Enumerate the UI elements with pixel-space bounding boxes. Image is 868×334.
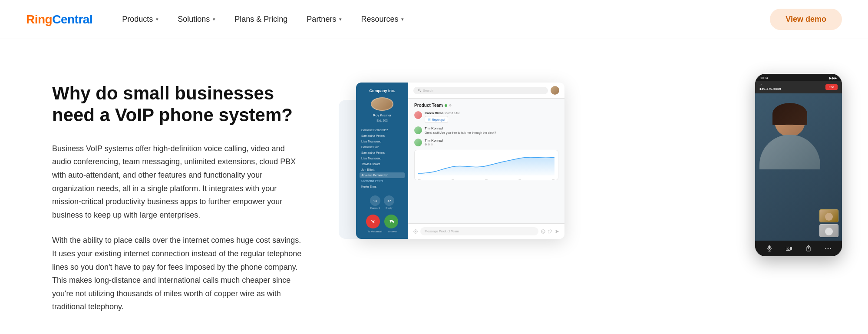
message-sender: Karen Rivas shared a file <box>425 111 558 115</box>
svg-point-11 <box>542 231 543 231</box>
list-item[interactable]: Lisa Townsend <box>360 155 405 161</box>
list-item[interactable]: Caroline Fernandez <box>360 127 405 133</box>
forward-action[interactable]: ↪ Forward <box>370 195 380 209</box>
share-icon[interactable] <box>804 244 813 253</box>
logo-ring: Ring <box>26 13 52 26</box>
message-avatar <box>414 111 422 119</box>
svg-point-12 <box>544 231 544 231</box>
call-buttons <box>366 215 398 228</box>
message-text: Great stuff! Are you free to talk me thr… <box>425 131 558 135</box>
attachment-icon <box>548 229 552 234</box>
message-input-bar: Message Product Team <box>408 223 564 239</box>
contacts-list: Caroline Fernandez Samantha Peters Lisa … <box>360 127 405 189</box>
page-heading: Why do small businesses need a VoIP phon… <box>52 83 304 126</box>
forward-icon: ↪ <box>370 195 380 206</box>
app-sidebar: Company Inc. Roy Kramer Ext. 203 Carolin… <box>356 83 408 239</box>
message-item: Tim Konrad <box>414 139 558 146</box>
mobile-app-mockup: 10:34 ▶ ▶▶ ↩ 149-476-5889 End <box>755 74 842 256</box>
nav-item-solutions[interactable]: Solutions ▾ <box>170 11 223 27</box>
desktop-app-mockup: Company Inc. Roy Kramer Ext. 203 Carolin… <box>356 83 564 239</box>
svg-point-21 <box>827 248 828 249</box>
main-nav: Products ▾ Solutions ▾ Plans & Pricing P… <box>114 11 770 27</box>
more-icon[interactable] <box>824 244 832 253</box>
mobile-call-header: ↩ 149-476-5889 End <box>755 81 842 93</box>
mobile-status-bar: 10:34 ▶ ▶▶ <box>755 74 842 81</box>
send-icon <box>555 229 559 234</box>
app-main-area: Search Product Team ⚙ Karen Rivas sha <box>408 83 564 239</box>
team-title: Product Team ⚙ <box>414 103 558 108</box>
chart-area: — — — — — <box>414 150 558 180</box>
user-name: Roy Kramer <box>373 113 392 117</box>
body-paragraph-2: With the ability to place calls over the… <box>52 234 304 314</box>
list-item[interactable]: Jon Elliott <box>360 167 405 172</box>
nav-item-products[interactable]: Products ▾ <box>114 11 166 27</box>
list-item[interactable]: Samantha Peters <box>360 178 405 184</box>
user-avatar-small <box>551 86 559 95</box>
list-item[interactable]: Javeline Fernandez <box>360 172 405 178</box>
list-item[interactable]: Caroline Fair <box>360 144 405 150</box>
video-thumb-1 <box>819 209 838 222</box>
reply-action[interactable]: ↩ Reply <box>384 195 394 209</box>
list-item[interactable]: Samantha Peters <box>360 133 405 139</box>
app-main-body: Product Team ⚙ Karen Rivas shared a file… <box>408 99 564 223</box>
svg-point-10 <box>541 229 545 233</box>
video-thumb-2 <box>819 224 838 237</box>
message-input[interactable]: Message Product Team <box>420 227 538 235</box>
message-avatar <box>414 126 422 134</box>
online-indicator <box>445 104 447 107</box>
view-demo-button[interactable]: View demo <box>770 9 842 30</box>
decline-button[interactable] <box>366 215 380 228</box>
svg-point-20 <box>825 248 826 249</box>
person-hair <box>772 103 807 125</box>
illustration-section: Company Inc. Roy Kramer Ext. 203 Carolin… <box>339 74 842 300</box>
nav-item-plans-pricing[interactable]: Plans & Pricing <box>227 11 295 27</box>
svg-point-22 <box>829 248 831 249</box>
list-item[interactable]: Kevin Sims <box>360 184 405 189</box>
sidebar-actions: ↪ Forward ↩ Reply <box>370 195 394 209</box>
svg-line-2 <box>420 91 421 92</box>
chevron-down-icon: ▾ <box>156 17 158 22</box>
nav-item-resources[interactable]: Resources ▾ <box>353 11 412 27</box>
search-bar[interactable]: Search <box>413 87 548 94</box>
app-main-header: Search <box>408 83 564 99</box>
user-ext: Ext. 203 <box>376 119 388 122</box>
svg-rect-13 <box>768 245 770 249</box>
mobile-video-area <box>755 93 842 241</box>
company-name: Company Inc. <box>369 89 395 93</box>
chevron-down-icon: ▾ <box>401 17 404 22</box>
list-item[interactable]: Samantha Peters <box>360 150 405 155</box>
logo-central: Central <box>52 13 92 26</box>
reply-icon: ↩ <box>384 195 394 206</box>
mic-icon[interactable] <box>765 244 774 253</box>
body-paragraph-1: Business VoIP systems offer high-definit… <box>52 142 304 222</box>
logo-link[interactable]: Ring Central <box>26 13 92 26</box>
list-item[interactable]: Lisa Townsend <box>360 139 405 144</box>
nav-item-partners[interactable]: Partners ▾ <box>299 11 350 27</box>
svg-rect-16 <box>786 247 791 251</box>
message-sender: Tim Konrad <box>425 126 558 130</box>
text-section: Why do small businesses need a VoIP phon… <box>52 74 304 326</box>
chevron-down-icon: ▾ <box>213 17 215 22</box>
call-labels: To Voicemail Answer <box>367 230 397 233</box>
video-thumbnails <box>819 209 838 237</box>
plus-icon <box>413 229 418 234</box>
list-item[interactable]: Travis Brewer <box>360 161 405 167</box>
camera-icon[interactable] <box>785 244 793 253</box>
svg-rect-5 <box>428 119 430 120</box>
message-avatar <box>414 139 422 146</box>
message-item: Tim Konrad Great stuff! Are you free to … <box>414 126 558 135</box>
mobile-call-controls <box>755 241 842 256</box>
svg-point-1 <box>418 89 420 91</box>
emoji-icon <box>541 229 545 234</box>
site-header: Ring Central Products ▾ Solutions ▾ Plan… <box>0 0 868 39</box>
svg-marker-17 <box>790 247 792 250</box>
svg-rect-4 <box>428 119 430 119</box>
file-attachment[interactable]: Report.pdf <box>425 116 448 123</box>
person-body <box>759 135 820 169</box>
chevron-down-icon: ▾ <box>339 17 342 22</box>
svg-point-18 <box>787 248 789 249</box>
answer-button[interactable] <box>384 215 398 228</box>
svg-rect-6 <box>428 120 429 121</box>
message-item: Karen Rivas shared a file Report.pdf <box>414 111 558 123</box>
end-call-button[interactable]: End <box>825 84 838 90</box>
